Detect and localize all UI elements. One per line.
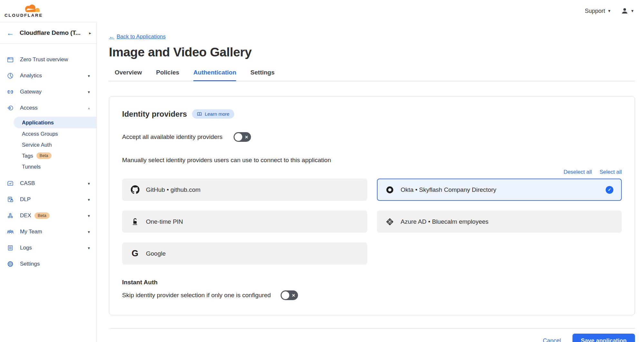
sidebar-item-tags[interactable]: Tags Beta — [0, 150, 96, 161]
toggle-knob — [235, 133, 242, 141]
sidebar-item-settings[interactable]: Settings — [0, 256, 96, 272]
sidebar-item-label: Gateway — [20, 89, 42, 95]
cloudflare-cloud-icon — [23, 4, 41, 13]
select-all-link[interactable]: Select all — [600, 169, 622, 175]
provider-label: GitHub • github.com — [146, 186, 200, 193]
provider-tile-google[interactable]: G Google — [122, 242, 367, 265]
save-application-button[interactable]: Save application — [572, 334, 635, 342]
learn-more-badge[interactable]: Learn more — [192, 109, 234, 119]
sidebar-item-label: Tags — [22, 153, 33, 159]
tab-settings[interactable]: Settings — [250, 69, 274, 81]
sidebar-item-access[interactable]: Access ▴ — [0, 100, 96, 116]
support-menu[interactable]: Support ▼ — [585, 8, 611, 15]
gear-icon — [6, 260, 14, 268]
chevron-down-icon[interactable]: ▾ — [88, 213, 90, 218]
sidebar-item-casb[interactable]: CASB ▾ — [0, 175, 96, 191]
instant-auth-heading: Instant Auth — [122, 279, 622, 286]
main-content: ← Back to Applications Image and Video G… — [97, 22, 644, 342]
chevron-down-icon[interactable]: ▾ — [88, 90, 90, 94]
access-sub-nav: Applications Access Groups Service Auth … — [0, 117, 96, 172]
top-bar: CLOUDFLARE Support ▼ ▼ — [0, 0, 644, 22]
page-title: Image and Video Gallery — [109, 45, 635, 59]
provider-label: One-time PIN — [146, 218, 183, 225]
cancel-button[interactable]: Cancel — [543, 337, 561, 342]
cloudflare-wordmark: CLOUDFLARE — [5, 13, 46, 18]
back-link-label: Back to Applications — [117, 34, 166, 40]
provider-tile-github[interactable]: GitHub • github.com — [122, 179, 367, 201]
accept-all-row: Accept all available identity providers … — [122, 132, 622, 142]
tab-policies[interactable]: Policies — [156, 69, 179, 81]
tab-authentication[interactable]: Authentication — [193, 69, 236, 81]
tab-overview[interactable]: Overview — [115, 69, 142, 81]
tab-bar: Overview Policies Authentication Setting… — [109, 69, 635, 81]
book-icon — [197, 112, 202, 117]
provider-grid: GitHub • github.com Okta • Skyflash Comp… — [122, 179, 622, 265]
chevron-down-icon[interactable]: ▾ — [88, 73, 90, 78]
sidebar-item-label: DEX — [20, 212, 31, 219]
selection-links: Deselect all Select all — [122, 169, 622, 175]
chevron-down-icon[interactable]: ▾ — [88, 197, 90, 202]
instant-auth-toggle[interactable]: ✕ — [281, 290, 298, 300]
sidebar-item-applications[interactable]: Applications — [14, 117, 96, 128]
footer-divider — [109, 328, 635, 328]
sidebar-item-analytics[interactable]: Analytics ▾ — [0, 68, 96, 84]
manual-select-text: Manually select identity providers users… — [122, 157, 622, 164]
sidebar-item-gateway[interactable]: Gateway ▾ — [0, 84, 96, 100]
chevron-down-icon[interactable]: ▾ — [88, 230, 90, 234]
pie-chart-icon — [6, 72, 14, 80]
inbox-check-icon — [6, 180, 14, 187]
instant-auth-label: Skip identity provider selection if only… — [122, 292, 271, 299]
card-heading: Identity providers — [122, 110, 187, 119]
chevron-down-icon[interactable]: ▾ — [88, 246, 90, 250]
sidebar-item-label: Zero Trust overview — [20, 56, 68, 63]
google-icon: G — [130, 249, 139, 258]
account-name[interactable]: Cloudflare Demo (T... — [20, 29, 83, 36]
document-lock-icon — [6, 196, 14, 203]
sidebar-item-zero-trust-overview[interactable]: Zero Trust overview — [0, 52, 96, 68]
provider-tile-azure-ad[interactable]: Azure AD • Bluecalm employees — [377, 210, 622, 233]
sidebar-item-dex[interactable]: DEX Beta ▾ — [0, 208, 96, 224]
accept-all-toggle[interactable]: ✕ — [234, 132, 251, 142]
provider-tile-okta[interactable]: Okta • Skyflash Company Directory ✓ — [377, 179, 622, 201]
sidebar-account-header: ← Cloudflare Demo (T... ▸ — [0, 22, 96, 44]
sidebar-item-my-team[interactable]: My Team ▾ — [0, 224, 96, 240]
window-icon — [6, 56, 14, 64]
svg-text:****: **** — [133, 223, 137, 226]
sidebar-item-logs[interactable]: Logs ▾ — [0, 240, 96, 256]
sidebar-item-label: Tunnels — [22, 164, 41, 170]
cloudflare-logo: CLOUDFLARE — [5, 4, 46, 18]
chevron-down-icon[interactable]: ▾ — [88, 181, 90, 186]
beta-badge: Beta — [36, 152, 52, 159]
support-label: Support — [585, 8, 605, 15]
sidebar-item-dlp[interactable]: DLP ▾ — [0, 191, 96, 208]
chevron-down-icon: ▼ — [630, 9, 634, 13]
selected-check-icon: ✓ — [606, 186, 613, 194]
provider-tile-one-time-pin[interactable]: **** One-time PIN — [122, 210, 367, 233]
chevron-up-icon[interactable]: ▴ — [88, 106, 90, 110]
account-avatar-menu[interactable]: ▼ — [621, 7, 634, 15]
sidebar-item-label: Settings — [20, 261, 40, 267]
sidebar-item-tunnels[interactable]: Tunnels — [0, 161, 96, 172]
x-icon: ✕ — [245, 135, 248, 140]
learn-more-label: Learn more — [205, 111, 229, 117]
beta-badge: Beta — [34, 212, 50, 219]
provider-label: Azure AD • Bluecalm employees — [401, 218, 489, 225]
sidebar-item-label: Access Groups — [22, 131, 58, 137]
sidebar-item-label: DLP — [20, 196, 31, 203]
network-icon — [6, 212, 14, 220]
instant-auth-row: Skip identity provider selection if only… — [122, 290, 622, 300]
github-icon — [130, 185, 139, 194]
sidebar-item-access-groups[interactable]: Access Groups — [0, 128, 96, 139]
chevron-right-icon[interactable]: ▸ — [89, 31, 91, 35]
instant-auth-section: Instant Auth Skip identity provider sele… — [122, 279, 622, 300]
gateway-icon — [6, 88, 14, 96]
people-icon — [6, 228, 14, 236]
identity-providers-card: Identity providers Learn more Accept all… — [109, 96, 635, 315]
deselect-all-link[interactable]: Deselect all — [563, 169, 592, 175]
back-arrow-icon[interactable]: ← — [6, 29, 14, 37]
sidebar-item-label: Analytics — [20, 73, 42, 79]
sidebar-item-service-auth[interactable]: Service Auth — [0, 139, 96, 150]
back-to-applications-link[interactable]: ← Back to Applications — [109, 34, 166, 40]
chevron-down-icon: ▼ — [607, 9, 611, 13]
list-icon — [6, 244, 14, 252]
